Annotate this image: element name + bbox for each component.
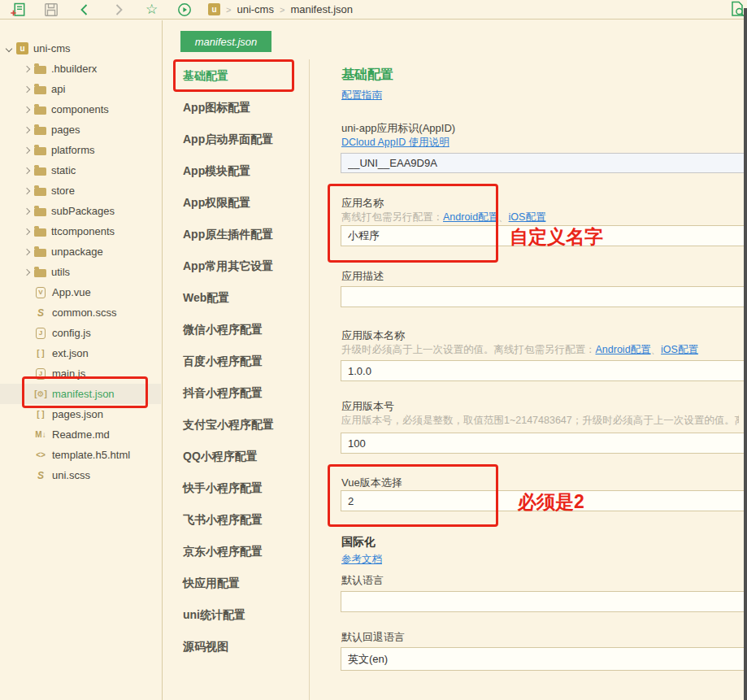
menu-item-App启动界面配置[interactable]: App启动界面配置 [163,124,309,155]
tree-folder-static[interactable]: static [0,160,161,180]
tree-item-label: static [51,164,76,176]
menu-item-百度小程序配置[interactable]: 百度小程序配置 [163,346,309,377]
appid-input[interactable] [341,153,747,173]
tree-file-Readme.md[interactable]: M↓Readme.md [0,424,161,445]
tree-file-uni.scss[interactable]: Suni.scss [0,465,161,485]
menu-item-源码视图[interactable]: 源码视图 [163,631,309,663]
tree-item-label: App.vue [52,286,91,298]
tree-file-ext.json[interactable]: [ ]ext.json [0,343,161,363]
js-file-icon: J [36,368,46,380]
menu-item-微信小程序配置[interactable]: 微信小程序配置 [163,314,309,346]
i18n-doc-link[interactable]: 参考文档 [341,553,382,567]
forward-icon[interactable] [111,2,126,17]
tree-folder-store[interactable]: store [0,180,161,201]
menu-item-京东小程序配置[interactable]: 京东小程序配置 [163,536,309,567]
tree-item-label: store [51,185,75,197]
favorite-star-icon[interactable]: ☆ [144,2,159,17]
app-name-label: 应用名称 [341,196,384,211]
tree-root-label: uni-cms [33,42,71,54]
window-edge-scrollbar[interactable] [744,8,747,700]
app-desc-label: 应用描述 [341,269,384,284]
annotation-vue-note: 必须是2 [518,489,584,515]
tree-folder-utils[interactable]: utils [0,262,161,282]
tree-item-label: .hbuilderx [51,63,97,75]
tree-root-project[interactable]: u uni-cms [0,38,161,59]
tree-file-manifest.json[interactable]: [⚙]manifest.json [0,384,161,404]
breadcrumb-separator: > [226,5,231,15]
tree-file-App.vue[interactable]: VApp.vue [0,282,161,302]
find-in-files-icon[interactable] [729,2,745,16]
tree-folder-.hbuilderx[interactable]: .hbuilderx [0,59,161,79]
chevron-right-icon [24,126,30,133]
tree-folder-platforms[interactable]: platforms [0,140,161,160]
version-code-hint: 应用版本号，必须是整数，取值范围1~2147483647；升级时必须高于上一次设… [341,414,739,428]
tree-file-pages.json[interactable]: [ ]pages.json [0,404,161,424]
save-icon[interactable] [43,2,59,17]
menu-item-App原生插件配置[interactable]: App原生插件配置 [163,219,309,250]
menu-item-App模块配置[interactable]: App模块配置 [163,155,309,187]
chevron-right-icon [24,167,30,173]
folder-icon [34,228,46,237]
chevron-right-icon [24,228,30,234]
config-guide-link[interactable]: 配置指南 [341,89,382,102]
star-glyph: ☆ [145,2,158,17]
menu-item-App图标配置[interactable]: App图标配置 [163,92,309,124]
tree-item-label: subPackages [51,205,115,217]
html-file-icon: <> [34,450,47,459]
annotation-app-name-note: 自定义名字 [510,224,603,250]
ios-config-link[interactable]: iOS配置 [661,344,698,355]
folder-icon [34,127,46,135]
app-name-hint: 离线打包需另行配置：Android配置、iOS配置 [341,211,739,224]
version-code-input[interactable] [341,433,747,454]
config-menu-list: 基础配置App图标配置App启动界面配置App模块配置App权限配置App原生插… [163,60,309,663]
run-icon[interactable] [176,2,192,17]
tree-file-main.js[interactable]: Jmain.js [0,363,161,384]
menu-item-uni统计配置[interactable]: uni统计配置 [163,599,309,631]
version-code-label: 应用版本号 [341,399,394,414]
menu-item-快手小程序配置[interactable]: 快手小程序配置 [163,472,309,504]
breadcrumb-file[interactable]: manifest.json [290,3,353,15]
manifest-config-menu-panel: manifest.json 基础配置App图标配置App启动界面配置App模块配… [163,20,309,700]
tree-folder-subPackages[interactable]: subPackages [0,201,161,221]
version-name-hint: 升级时必须高于上一次设置的值。离线打包需另行配置：Android配置、iOS配置 [341,343,739,357]
tab-manifest-json[interactable]: manifest.json [180,31,271,52]
tree-folder-components[interactable]: components [0,99,161,120]
breadcrumb: u > uni-cms > manifest.json [208,0,353,19]
menu-item-抖音小程序配置[interactable]: 抖音小程序配置 [163,377,309,409]
app-desc-input[interactable] [341,286,747,307]
default-lang-input[interactable] [341,591,747,612]
tree-item-label: components [51,103,109,115]
fallback-lang-input[interactable] [341,647,747,671]
appid-doc-link[interactable]: DCloud AppID 使用说明 [341,136,450,150]
version-name-input[interactable] [341,360,747,381]
uni-app-logo-icon: u [208,3,220,15]
menu-item-QQ小程序配置[interactable]: QQ小程序配置 [163,441,309,472]
tree-file-common.scss[interactable]: Scommon.scss [0,302,161,323]
tree-file-config.js[interactable]: Jconfig.js [0,323,161,343]
chevron-right-icon [24,65,30,72]
menu-item-飞书小程序配置[interactable]: 飞书小程序配置 [163,504,309,536]
menu-item-App权限配置[interactable]: App权限配置 [163,187,309,219]
tree-item-label: config.js [52,327,91,339]
chevron-right-icon [24,248,30,254]
toolbar: ☆ u > uni-cms > manifest.json [0,0,747,20]
menu-item-基础配置[interactable]: 基础配置 [163,60,309,92]
new-file-icon[interactable] [11,2,26,17]
breadcrumb-project[interactable]: uni-cms [237,3,274,15]
js-file-icon: J [36,328,46,339]
menu-item-App常用其它设置[interactable]: App常用其它设置 [163,250,309,282]
android-config-link[interactable]: Android配置 [596,344,651,355]
tree-folder-ttcomponents[interactable]: ttcomponents [0,221,161,241]
ios-config-link[interactable]: iOS配置 [509,211,546,223]
back-icon[interactable] [76,2,92,17]
tree-folder-pages[interactable]: pages [0,120,161,140]
tree-item-label: ext.json [52,347,89,359]
tree-file-template.h5.html[interactable]: <>template.h5.html [0,445,161,465]
menu-item-Web配置[interactable]: Web配置 [163,282,309,314]
menu-item-支付宝小程序配置[interactable]: 支付宝小程序配置 [163,409,309,441]
tree-folder-unpackage[interactable]: unpackage [0,241,161,262]
menu-item-快应用配置[interactable]: 快应用配置 [163,567,309,599]
android-config-link[interactable]: Android配置 [443,211,498,223]
version-name-label: 应用版本名称 [341,328,405,343]
tree-folder-api[interactable]: api [0,79,161,99]
